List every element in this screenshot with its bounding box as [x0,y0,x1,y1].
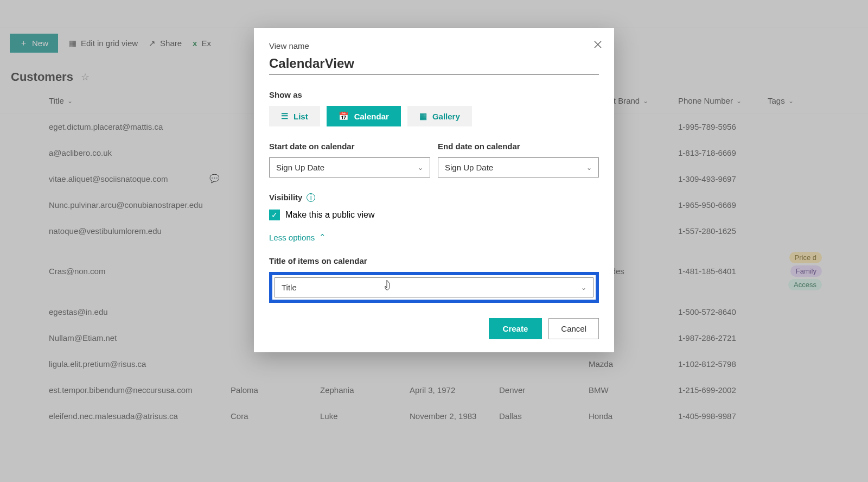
public-view-label: Make this a public view [285,210,375,220]
show-as-label: Show as [269,90,599,99]
close-button[interactable] [593,40,602,52]
info-icon[interactable]: i [307,193,315,202]
title-items-select[interactable]: Title ⌄ [275,277,593,297]
highlighted-field: Title ⌄ [269,272,599,303]
show-as-options: ☰ List 📅 Calendar ▦ Gallery [269,106,599,126]
public-view-checkbox[interactable]: ✓ [269,210,280,220]
chevron-down-icon: ⌄ [581,284,586,291]
calendar-icon: 📅 [339,111,349,121]
chevron-up-icon: ⌃ [319,232,326,242]
view-name-label: View name [269,41,599,50]
title-items-label: Title of items on calendar [269,256,599,265]
create-button[interactable]: Create [489,318,542,339]
modal-overlay: View name Show as ☰ List 📅 Calendar ▦ Ga… [0,0,868,482]
end-date-select[interactable]: Sign Up Date ⌄ [438,157,599,177]
view-name-input[interactable] [269,53,599,75]
chevron-down-icon: ⌄ [586,164,592,172]
option-calendar-button[interactable]: 📅 Calendar [327,106,401,126]
end-date-label: End date on calendar [438,142,599,151]
start-date-label: Start date on calendar [269,142,430,151]
visibility-label: Visibility [269,193,302,202]
less-options-toggle[interactable]: Less options ⌃ [269,232,599,242]
start-date-select[interactable]: Sign Up Date ⌄ [269,157,430,177]
option-gallery-button[interactable]: ▦ Gallery [407,106,472,126]
cancel-button[interactable]: Cancel [548,318,599,339]
chevron-down-icon: ⌄ [418,164,423,172]
create-view-modal: View name Show as ☰ List 📅 Calendar ▦ Ga… [254,28,614,352]
cursor-icon [384,279,394,292]
option-list-button[interactable]: ☰ List [269,106,320,126]
gallery-icon: ▦ [419,111,427,121]
list-icon: ☰ [281,111,288,121]
